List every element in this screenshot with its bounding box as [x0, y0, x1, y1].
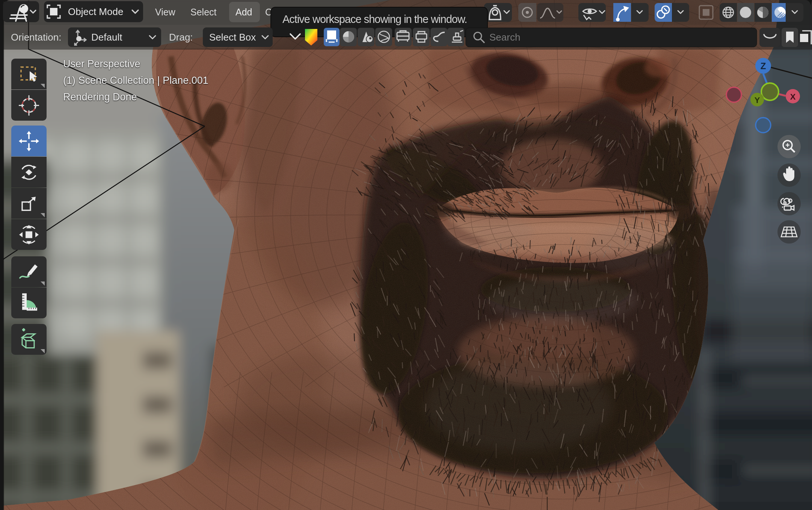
svg-text:Orientation:: Orientation: — [11, 32, 61, 43]
svg-text:Drag:: Drag: — [169, 32, 193, 43]
svg-text:Select: Select — [190, 7, 217, 17]
svg-text:Default: Default — [91, 32, 122, 43]
svg-text:Search: Search — [489, 32, 520, 43]
svg-text:User Perspective: User Perspective — [63, 58, 140, 70]
svg-text:Rendering Done: Rendering Done — [63, 91, 137, 103]
svg-text:X: X — [790, 92, 796, 101]
svg-text:View: View — [155, 7, 176, 17]
svg-text:Active workspace showing in th: Active workspace showing in the window. — [282, 13, 467, 25]
svg-text:(1) Scene Collection | Plane.0: (1) Scene Collection | Plane.001 — [63, 75, 208, 86]
svg-text:Add: Add — [235, 7, 252, 17]
svg-text:Y: Y — [755, 95, 760, 105]
svg-text:Object Mode: Object Mode — [68, 6, 123, 17]
svg-text:Select Box: Select Box — [209, 32, 256, 43]
svg-text:Z: Z — [761, 61, 766, 71]
